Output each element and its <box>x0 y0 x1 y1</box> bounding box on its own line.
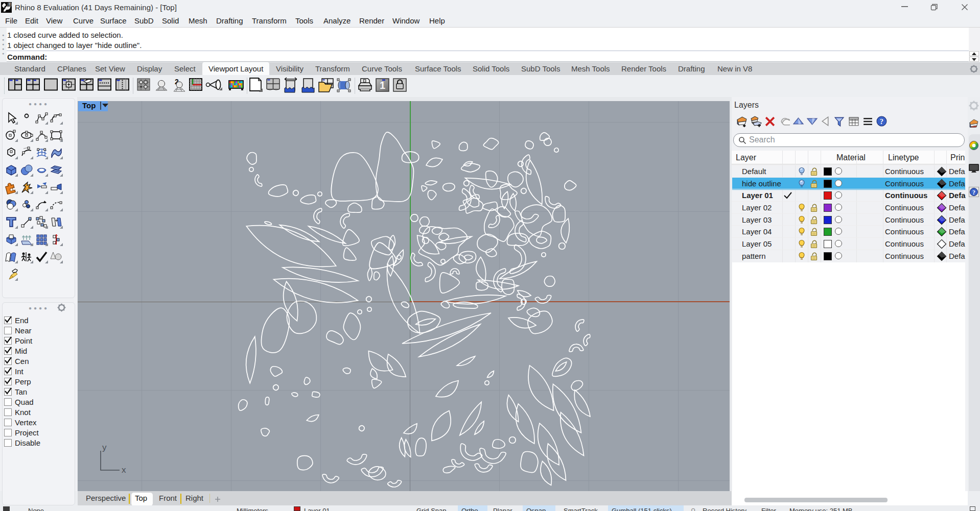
svg-text:8: 8 <box>9 3 11 6</box>
svg-text:?: ? <box>972 189 975 196</box>
svg-text:?: ? <box>880 117 883 126</box>
svg-text:1: 1 <box>380 80 385 91</box>
svg-text:y: y <box>102 443 107 452</box>
svg-text:x: x <box>122 465 126 474</box>
